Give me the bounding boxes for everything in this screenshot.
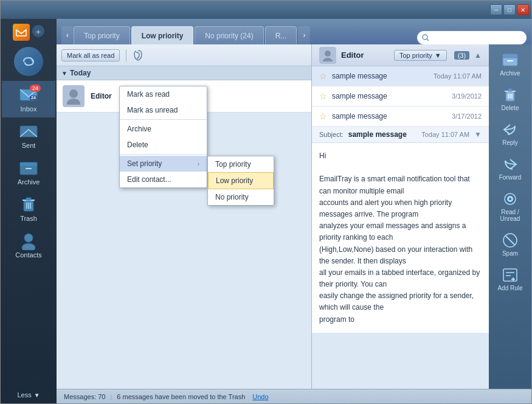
svg-text:24: 24 bbox=[31, 96, 36, 100]
submenu-item-top-priority[interactable]: Top priority bbox=[208, 156, 274, 172]
email-avatar-icon bbox=[322, 49, 334, 61]
action-add-rule[interactable]: Add Rule bbox=[489, 262, 531, 296]
tab-low-priority[interactable]: Low priority bbox=[131, 26, 194, 44]
refresh-icon bbox=[21, 54, 36, 69]
sidebar-label-inbox: Inbox bbox=[21, 105, 37, 113]
submenu-item-low-priority[interactable]: Low priority bbox=[208, 172, 274, 189]
trash-icon bbox=[19, 195, 38, 214]
menu-item-set-priority[interactable]: Set priority › bbox=[120, 156, 207, 172]
delete-action-icon bbox=[500, 86, 520, 103]
star-icon-0[interactable]: ☆ bbox=[319, 71, 327, 81]
contacts-icon-container bbox=[18, 232, 40, 250]
email-sender-avatar bbox=[319, 47, 336, 64]
email-list-item-0[interactable]: ☆ sample message Today 11:07 AM bbox=[312, 66, 489, 86]
undo-button[interactable]: Undo bbox=[252, 393, 268, 400]
svg-point-20 bbox=[67, 99, 80, 105]
email-subject-text: sample message bbox=[348, 130, 421, 139]
email-list-item-2[interactable]: ☆ sample message 3/17/2012 bbox=[312, 106, 489, 127]
email-priority-label: Top priority bbox=[399, 52, 432, 59]
svg-point-17 bbox=[423, 35, 427, 40]
action-archive-label: Archive bbox=[500, 70, 520, 77]
svg-point-21 bbox=[325, 50, 331, 57]
sidebar-label-sent: Sent bbox=[22, 142, 36, 149]
sidebar-item-trash[interactable]: Trash bbox=[2, 190, 55, 227]
action-spam-label: Spam bbox=[502, 250, 518, 257]
action-forward[interactable]: Forward bbox=[489, 151, 531, 186]
menu-item-mark-unread[interactable]: Mark as unread bbox=[120, 102, 207, 118]
content-area: ‹ Top priority Low priority No priority … bbox=[57, 19, 531, 403]
menu-item-mark-read[interactable]: Mark as read bbox=[120, 86, 207, 102]
action-reply[interactable]: Reply bbox=[489, 116, 531, 151]
sidebar-item-contacts[interactable]: Contacts bbox=[2, 227, 55, 263]
inbox-badge: 24 bbox=[30, 85, 41, 92]
inbox-icon-container: 24 24 bbox=[18, 86, 40, 104]
tab-no-priority[interactable]: No priority (24) bbox=[195, 26, 263, 44]
less-arrow-icon: ▼ bbox=[34, 392, 40, 399]
email-subject-date: Today 11:07 AM bbox=[421, 131, 469, 138]
email-date-0: Today 11:07 AM bbox=[434, 72, 482, 80]
close-button[interactable]: ✕ bbox=[517, 4, 529, 15]
svg-rect-11 bbox=[26, 198, 31, 200]
search-input[interactable] bbox=[432, 34, 522, 41]
titlebar: ─ □ ✕ bbox=[1, 1, 531, 19]
archive-action-icon bbox=[500, 52, 520, 69]
tab-prev-button[interactable]: ‹ bbox=[61, 26, 74, 44]
menu-item-archive[interactable]: Archive bbox=[120, 121, 207, 137]
main-window: ─ □ ✕ + bbox=[0, 0, 532, 404]
sidebar-item-inbox[interactable]: 24 24 Inbox bbox=[2, 81, 55, 117]
maximize-button[interactable]: □ bbox=[503, 4, 516, 15]
action-spam[interactable]: Spam bbox=[489, 227, 531, 262]
sidebar-item-less[interactable]: Less ▼ bbox=[2, 386, 55, 403]
group-header-label: Today bbox=[70, 69, 91, 77]
star-icon-1[interactable]: ☆ bbox=[319, 91, 327, 101]
attach-button[interactable] bbox=[133, 50, 143, 61]
star-icon-2[interactable]: ☆ bbox=[319, 111, 327, 121]
mark-all-read-button[interactable]: Mark all as read bbox=[61, 49, 120, 61]
tab-next-button[interactable]: › bbox=[298, 26, 310, 44]
tab-r[interactable]: R... bbox=[265, 26, 297, 44]
status-bar: Messages: 70 | 6 messages have been move… bbox=[57, 389, 531, 403]
menu-item-edit-contact[interactable]: Edit contact... bbox=[120, 172, 207, 187]
refresh-button[interactable] bbox=[14, 47, 43, 76]
svg-rect-28 bbox=[508, 89, 512, 91]
svg-point-15 bbox=[24, 234, 33, 242]
tabs-bar: ‹ Top priority Low priority No priority … bbox=[57, 19, 531, 44]
archive-sidebar-icon bbox=[19, 160, 38, 176]
email-subject-0: sample message bbox=[332, 72, 434, 80]
sent-icon-container bbox=[18, 122, 40, 141]
email-list-item-1[interactable]: ☆ sample message 3/19/2012 bbox=[312, 86, 489, 106]
read-unread-action-icon bbox=[500, 190, 520, 207]
add-account-button[interactable]: + bbox=[32, 25, 44, 37]
email-count-badge: (3) bbox=[454, 51, 469, 60]
action-archive[interactable]: Archive bbox=[489, 47, 531, 82]
contacts-icon bbox=[19, 232, 38, 250]
menu-item-archive-label: Archive bbox=[127, 125, 151, 133]
context-menu: Mark as read Mark as unread Archive Dele… bbox=[119, 86, 207, 188]
sent-icon bbox=[19, 124, 38, 139]
spam-icon-svg bbox=[502, 232, 519, 249]
action-read-unread[interactable]: Read /Unread bbox=[489, 186, 531, 227]
action-read-label: Read /Unread bbox=[500, 209, 520, 222]
delete-icon-svg bbox=[503, 87, 517, 103]
minimize-button[interactable]: ─ bbox=[490, 4, 502, 15]
sidebar-item-sent[interactable]: Sent bbox=[2, 117, 55, 154]
message-toolbar: Mark all as read bbox=[57, 44, 311, 66]
svg-point-34 bbox=[509, 198, 511, 200]
sidebar-item-archive[interactable]: Archive bbox=[2, 154, 55, 190]
email-sender-name: Editor bbox=[341, 50, 364, 60]
logo-icon bbox=[16, 27, 27, 38]
email-expand-icon[interactable]: ▼ bbox=[474, 130, 482, 139]
tab-top-priority[interactable]: Top priority bbox=[74, 26, 130, 44]
spam-action-icon bbox=[500, 232, 520, 249]
priority-arrow-icon: ▼ bbox=[435, 52, 441, 59]
menu-item-delete[interactable]: Delete bbox=[120, 137, 207, 153]
status-text: 6 messages have been moved to the Trash bbox=[117, 393, 245, 400]
app-logo bbox=[13, 24, 30, 41]
action-delete[interactable]: Delete bbox=[489, 82, 531, 116]
sidebar: + 24 24 bbox=[1, 19, 57, 403]
add-rule-icon-svg bbox=[502, 267, 519, 283]
email-subject-1: sample message bbox=[332, 92, 452, 100]
submenu-item-no-priority[interactable]: No priority bbox=[208, 189, 274, 205]
search-bar bbox=[417, 31, 527, 44]
email-priority-badge[interactable]: Top priority ▼ bbox=[394, 50, 447, 61]
